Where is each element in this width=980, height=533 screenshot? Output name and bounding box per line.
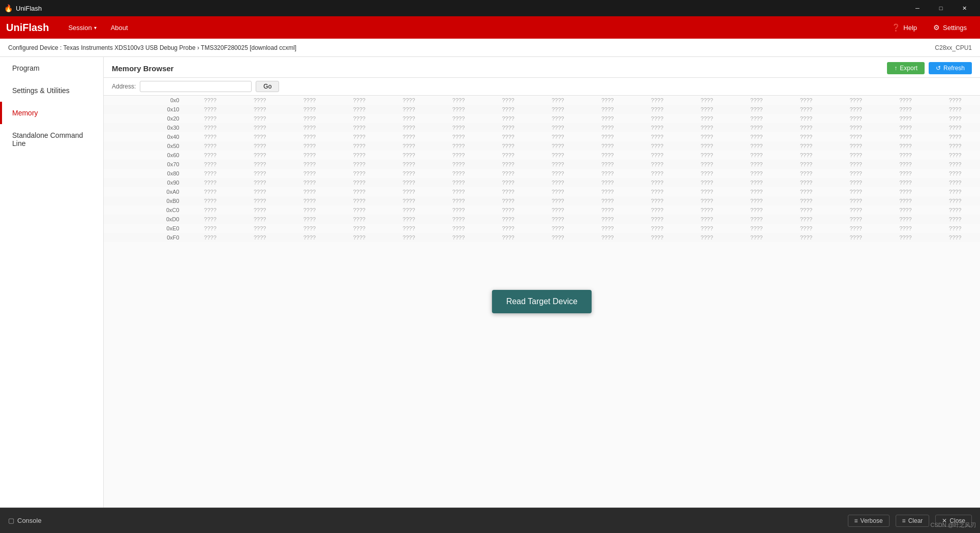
table-row: 0x50????????????????????????????????????… [104, 141, 980, 151]
clear-button[interactable]: ≡ Clear [896, 515, 930, 527]
memory-cell: ???? [483, 215, 533, 224]
memory-cell: ???? [682, 196, 732, 205]
table-row: 0xB0????????????????????????????????????… [104, 196, 980, 205]
memory-cell: ???? [583, 224, 632, 233]
memory-cell: ???? [434, 224, 483, 233]
memory-cell: ???? [384, 187, 434, 196]
app-title: UniFlash [16, 5, 42, 12]
minimize-button[interactable]: ─ [906, 0, 929, 16]
memory-cell: ???? [831, 224, 881, 233]
memory-cell: ???? [731, 187, 781, 196]
app-name: UniFlash [6, 22, 49, 34]
memory-cell: ???? [235, 114, 285, 123]
memory-cell: ???? [235, 187, 285, 196]
memory-cell: ???? [881, 187, 931, 196]
help-menu[interactable]: ❓ Help [884, 20, 924, 35]
address-cell: 0xC0 [104, 205, 186, 215]
read-target-button[interactable]: Read Target Device [492, 290, 592, 313]
verbose-button[interactable]: ≡ Verbose [848, 515, 890, 527]
table-row: 0x90????????????????????????????????????… [104, 178, 980, 187]
watermark: CSDN @叶之风刃 [931, 521, 976, 529]
memory-cell: ???? [186, 224, 235, 233]
memory-cell: ???? [682, 178, 732, 187]
memory-cell: ???? [483, 205, 533, 215]
sidebar-nav: ProgramSettings & UtilitiesMemoryStandal… [0, 57, 103, 155]
memory-cell: ???? [583, 141, 632, 151]
address-cell: 0x80 [104, 169, 186, 178]
memory-cell: ???? [285, 169, 334, 178]
memory-cell: ???? [930, 187, 980, 196]
memory-cell: ???? [285, 196, 334, 205]
sidebar: ProgramSettings & UtilitiesMemoryStandal… [0, 57, 104, 508]
memory-cell: ???? [682, 224, 732, 233]
memory-cell: ???? [483, 123, 533, 132]
memory-cell: ???? [285, 123, 334, 132]
memory-cell: ???? [881, 169, 931, 178]
toolbar-buttons: ↑ Export ↺ Refresh [887, 62, 972, 74]
memory-cell: ???? [483, 169, 533, 178]
memory-cell: ???? [285, 105, 334, 114]
memory-cell: ???? [831, 178, 881, 187]
memory-cell: ???? [186, 233, 235, 242]
memory-cell: ???? [632, 178, 682, 187]
clear-icon: ≡ [902, 517, 906, 524]
memory-cell: ???? [781, 141, 831, 151]
memory-cell: ???? [632, 215, 682, 224]
memory-cell: ???? [682, 96, 732, 105]
memory-cell: ???? [483, 224, 533, 233]
close-button[interactable]: ✕ [953, 0, 976, 16]
export-button[interactable]: ↑ Export [887, 62, 925, 74]
sidebar-item-program[interactable]: Program [0, 57, 103, 79]
menubar: UniFlash Session ▾ About ❓ Help ⚙ Settin… [0, 16, 980, 39]
memory-cell: ???? [881, 132, 931, 141]
memory-cell: ???? [235, 132, 285, 141]
session-menu[interactable]: Session ▾ [61, 21, 103, 35]
sidebar-item-memory[interactable]: Memory [0, 102, 103, 124]
gear-icon: ⚙ [933, 23, 940, 32]
memory-cell: ???? [186, 196, 235, 205]
memory-grid[interactable]: 0x0?????????????????????????????????????… [104, 96, 980, 508]
refresh-button[interactable]: ↺ Refresh [929, 62, 972, 74]
memory-cell: ???? [881, 96, 931, 105]
memory-cell: ???? [285, 187, 334, 196]
sidebar-item-standalone[interactable]: Standalone Command Line [0, 124, 103, 155]
memory-cell: ???? [930, 205, 980, 215]
sidebar-item-settings[interactable]: Settings & Utilities [0, 79, 103, 102]
memory-cell: ???? [434, 169, 483, 178]
memory-cell: ???? [781, 233, 831, 242]
memory-cell: ???? [384, 151, 434, 160]
memory-cell: ???? [781, 224, 831, 233]
memory-cell: ???? [583, 233, 632, 242]
address-cell: 0x20 [104, 114, 186, 123]
memory-cell: ???? [434, 114, 483, 123]
memory-cell: ???? [682, 114, 732, 123]
go-button[interactable]: Go [256, 81, 279, 92]
memory-cell: ???? [930, 215, 980, 224]
memory-cell: ???? [285, 160, 334, 169]
memory-cell: ???? [682, 233, 732, 242]
memory-cell: ???? [881, 196, 931, 205]
memory-cell: ???? [334, 151, 384, 160]
memory-cell: ???? [533, 215, 583, 224]
memory-cell: ???? [583, 105, 632, 114]
memory-cell: ???? [334, 160, 384, 169]
table-row: 0xA0????????????????????????????????????… [104, 187, 980, 196]
memory-cell: ???? [186, 141, 235, 151]
memory-cell: ???? [434, 151, 483, 160]
about-menu[interactable]: About [104, 21, 135, 35]
memory-cell: ???? [434, 132, 483, 141]
memory-cell: ???? [632, 224, 682, 233]
memory-cell: ???? [334, 224, 384, 233]
console-icon: ▢ [8, 517, 14, 524]
memory-cell: ???? [186, 123, 235, 132]
memory-cell: ???? [930, 160, 980, 169]
settings-menu[interactable]: ⚙ Settings [926, 20, 974, 35]
maximize-button[interactable]: □ [929, 0, 953, 16]
memory-cell: ???? [781, 169, 831, 178]
memory-cell: ???? [731, 205, 781, 215]
address-input[interactable] [140, 81, 252, 92]
memory-cell: ???? [930, 105, 980, 114]
memory-cell: ???? [583, 178, 632, 187]
memory-cell: ???? [533, 151, 583, 160]
memory-cell: ???? [831, 114, 881, 123]
